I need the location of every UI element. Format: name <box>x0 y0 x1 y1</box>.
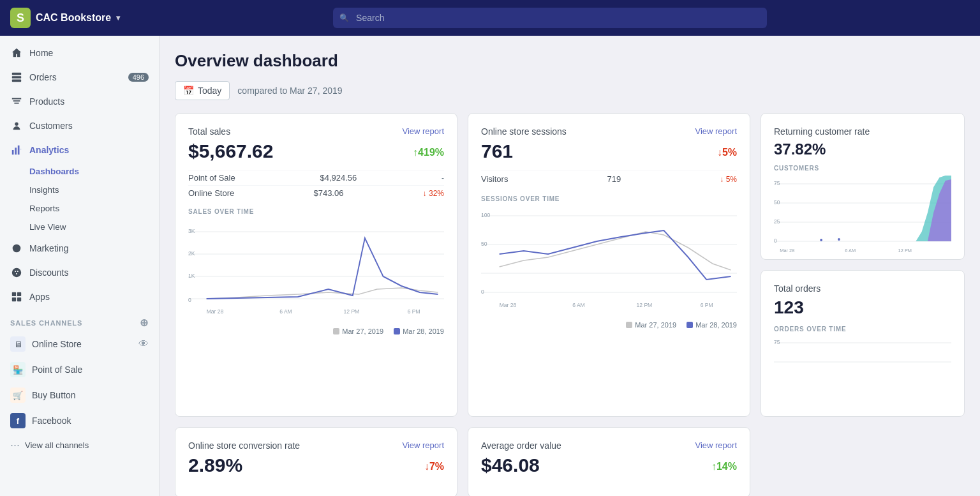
sessions-value: 761 <box>481 140 513 162</box>
sidebar-channel-facebook[interactable]: f Facebook <box>0 408 159 433</box>
total-sales-change: 419% <box>413 147 444 158</box>
total-sales-card: Total sales View report $5,667.62 419% P… <box>175 113 457 417</box>
svg-text:100: 100 <box>481 212 490 218</box>
avg-order-change: 14% <box>711 461 737 472</box>
visitors-row: Visitors 719 ↓ 5% <box>481 170 737 188</box>
online-amount: $743.06 <box>313 188 343 198</box>
legend-sessions-mar28: Mar 28, 2019 <box>695 321 737 329</box>
apps-icon <box>10 290 23 303</box>
sales-chart-label: SALES OVER TIME <box>188 208 444 215</box>
products-icon <box>10 95 23 108</box>
svg-text:75: 75 <box>774 180 780 186</box>
sidebar-channel-pos[interactable]: 🏪 Point of Sale <box>0 357 159 382</box>
arrow-down-icon2 <box>424 461 429 472</box>
returning-rate-title: Returning customer rate <box>774 126 870 137</box>
visitors-change: ↓ 5% <box>720 175 737 184</box>
avg-order-view-report[interactable]: View report <box>695 440 737 450</box>
conversion-view-report[interactable]: View report <box>402 440 444 450</box>
discounts-icon <box>10 266 23 279</box>
add-channel-icon[interactable]: ⊕ <box>140 317 149 329</box>
avg-order-value: $46.08 <box>481 455 540 476</box>
svg-text:3K: 3K <box>188 228 195 234</box>
sidebar-channel-label-buy-button: Buy Button <box>32 390 76 400</box>
sales-channels-label: SALES CHANNELS <box>10 319 82 327</box>
returning-rate-value: 37.82% <box>774 140 826 158</box>
svg-rect-10 <box>12 297 16 301</box>
sidebar-sub-reports[interactable]: Reports <box>0 199 159 218</box>
sessions-view-report[interactable]: View report <box>695 126 737 136</box>
legend-dot-sessions-mar27 <box>626 322 632 328</box>
compare-text: compared to Mar 27, 2019 <box>237 86 342 96</box>
eye-icon[interactable]: 👁 <box>138 338 149 350</box>
sessions-title: Online store sessions <box>481 126 567 137</box>
svg-rect-9 <box>17 292 21 296</box>
sidebar-label-discounts: Discounts <box>29 267 68 278</box>
svg-text:50: 50 <box>774 199 780 206</box>
sidebar-item-discounts[interactable]: Discounts <box>0 260 159 285</box>
total-orders-value: 123 <box>774 297 804 317</box>
date-btn-label: Today <box>198 86 221 96</box>
sidebar-label-orders: Orders <box>29 72 57 82</box>
sidebar-channel-label-facebook: Facebook <box>32 416 71 426</box>
sales-chart: 3K 2K 1K 0 Mar 28 6 AM 12 PM 6 PM <box>188 219 444 324</box>
sidebar-sub-live-view[interactable]: Live View <box>0 218 159 236</box>
view-all-channels[interactable]: ··· View all channels <box>0 433 159 457</box>
sidebar-label-customers: Customers <box>29 121 73 131</box>
svg-text:0: 0 <box>774 237 777 244</box>
sidebar-channel-buy-button[interactable]: 🛒 Buy Button <box>0 382 159 408</box>
topnav: S CAC Bookstore ▾ <box>0 0 980 36</box>
pos-amount: $4,924.56 <box>320 173 357 183</box>
svg-rect-0 <box>12 73 21 75</box>
home-icon <box>10 47 23 59</box>
facebook-icon: f <box>10 413 26 428</box>
legend-dot-sessions-mar28 <box>687 322 693 328</box>
svg-text:0: 0 <box>188 297 191 303</box>
total-orders-card: Total orders 123 ORDERS OVER TIME 75 <box>761 270 965 417</box>
svg-rect-6 <box>18 146 20 154</box>
svg-rect-2 <box>12 80 21 82</box>
svg-text:6 PM: 6 PM <box>408 308 420 315</box>
sidebar-item-analytics[interactable]: Analytics <box>0 138 159 162</box>
conversion-rate-card: Online store conversion rate View report… <box>175 427 457 496</box>
store-name: CAC Bookstore <box>36 12 111 24</box>
dashboard-grid: Total sales View report $5,667.62 419% P… <box>175 113 965 496</box>
sidebar: Home Orders 496 Products Customers <box>0 36 160 496</box>
sessions-chart: 100 50 0 Mar 28 6 AM 12 PM 6 PM <box>481 206 737 317</box>
sidebar-item-orders[interactable]: Orders 496 <box>0 65 159 89</box>
svg-text:2K: 2K <box>188 250 195 257</box>
date-bar: 📅 Today compared to Mar 27, 2019 <box>175 81 965 100</box>
sidebar-channel-online-store[interactable]: 🖥 Online Store 👁 <box>0 331 159 357</box>
total-sales-pos-row: Point of Sale $4,924.56 - <box>188 170 444 185</box>
total-sales-view-report[interactable]: View report <box>402 126 444 136</box>
sidebar-item-marketing[interactable]: Marketing <box>0 236 159 260</box>
legend-sessions-mar27: Mar 27, 2019 <box>635 321 676 329</box>
date-today-button[interactable]: 📅 Today <box>175 81 230 100</box>
online-sessions-card: Online store sessions View report 761 5%… <box>468 113 750 417</box>
customers-icon <box>10 119 23 132</box>
store-brand[interactable]: S CAC Bookstore ▾ <box>10 8 120 28</box>
sidebar-label-analytics: Analytics <box>29 145 69 155</box>
search-bar[interactable] <box>333 8 767 28</box>
sidebar-item-apps[interactable]: Apps <box>0 285 159 309</box>
sidebar-item-products[interactable]: Products <box>0 89 159 114</box>
sidebar-item-home[interactable]: Home <box>0 41 159 65</box>
svg-rect-1 <box>12 76 21 79</box>
orders-badge: 496 <box>128 73 149 82</box>
svg-rect-4 <box>12 150 14 154</box>
sidebar-label-marketing: Marketing <box>29 243 68 253</box>
sidebar-sub-insights[interactable]: Insights <box>0 181 159 199</box>
view-all-label: View all channels <box>25 440 89 450</box>
svg-rect-8 <box>12 292 16 296</box>
svg-text:75: 75 <box>774 339 780 345</box>
sidebar-sub-dashboards[interactable]: Dashboards <box>0 162 159 181</box>
conversion-value: 2.89% <box>188 455 242 476</box>
page-title: Overview dashboard <box>175 51 965 71</box>
search-input[interactable] <box>333 8 767 28</box>
orders-chart-label: ORDERS OVER TIME <box>774 326 951 333</box>
legend-dot-mar28 <box>394 328 400 334</box>
sidebar-item-customers[interactable]: Customers <box>0 114 159 138</box>
store-dropdown-icon[interactable]: ▾ <box>116 13 120 22</box>
sidebar-channel-label-pos: Point of Sale <box>32 364 82 375</box>
svg-text:6 AM: 6 AM <box>845 248 856 253</box>
svg-rect-7 <box>20 149 21 149</box>
